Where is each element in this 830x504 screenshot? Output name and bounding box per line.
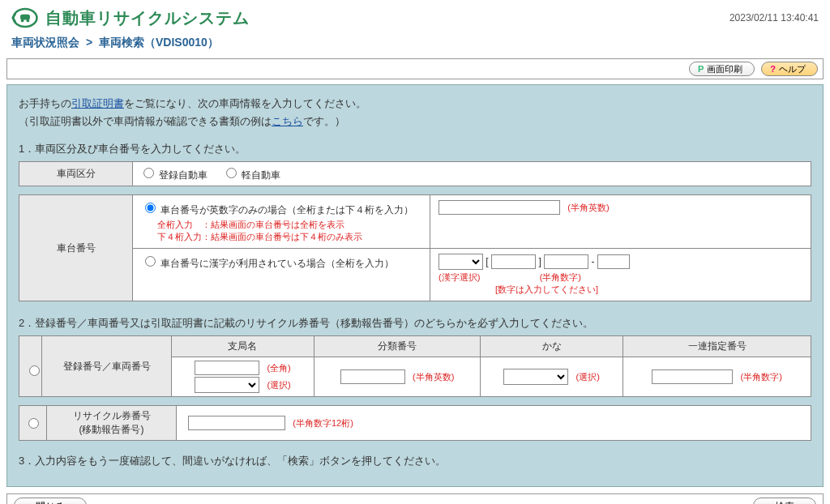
registration-table: 登録番号／車両番号 支局名 分類番号 かな 一連指定番号 (全角) (選択) (… [19,335,811,397]
chassis-hint2a: (漢字選択) [439,272,480,282]
timestamp: 2023/02/11 13:40:41 [729,12,819,23]
link-docs-example[interactable]: こちら [272,115,303,127]
vehicle-class-table: 車両区分 登録自動車 軽自動車 [19,161,811,186]
intro-1b: をご覧になり、次の車両情報を入力してください。 [124,97,366,109]
chassis-hint2b: (半角数字) [540,272,581,282]
chassis-kanji-select[interactable] [439,254,483,270]
radio-chassis-alnum-label: 車台番号が英数字のみの場合（全桁または下４桁を入力） [160,204,413,216]
search-button-label: 検索 [775,501,794,504]
print-button[interactable]: P 画面印刷 [689,62,755,76]
chassis-table: 車台番号 車台番号が英数字のみの場合（全桁または下４桁を入力） 全桁入力 ：結果… [19,194,811,301]
recycle-hint: (半角数字12桁) [293,418,353,428]
recycle-table: リサイクル券番号 (移動報告番号) (半角数字12桁) [19,405,811,441]
chassis-opt2[interactable]: 車台番号に漢字が利用されている場合（全桁を入力） [141,258,394,269]
vehicle-class-kei[interactable]: 軽自動車 [222,169,280,181]
branch-select[interactable] [195,377,259,393]
radio-kei[interactable] [226,168,237,178]
chassis-note2: 下４桁入力：結果画面の車台番号は下４桁のみ表示 [157,231,421,243]
bracket-l: [ [486,256,488,267]
svg-rect-1 [20,15,30,20]
col-kana: かな [481,336,623,357]
chassis-opt1[interactable]: 車台番号が英数字のみの場合（全桁または下４桁を入力） [141,204,413,216]
hint-select2: (選択) [576,372,600,382]
dash: - [591,256,594,267]
svg-point-3 [27,19,30,23]
close-button[interactable]: 閉じる [14,498,87,504]
serial-input[interactable] [652,369,733,384]
chassis-hint1: (半角英数) [567,203,609,212]
radio-chassis-kanji-label: 車台番号に漢字が利用されている場合（全桁を入力） [160,258,394,269]
chassis-kanji-input2[interactable] [544,254,588,269]
help-button[interactable]: ? ヘルプ [761,62,818,76]
chassis-alnum-input[interactable] [439,200,560,215]
recycle-label-b: (移動報告番号) [52,423,171,437]
svg-point-2 [21,19,24,23]
toolbar: P 画面印刷 ? ヘルプ [6,58,824,79]
print-label: 画面印刷 [707,63,742,75]
help-icon: ? [770,64,776,74]
radio-registered[interactable] [143,168,154,178]
branch-input[interactable] [195,361,259,375]
chassis-note1: 全桁入力 ：結果画面の車台番号は全桁を表示 [157,219,421,231]
intro-2a: （引取証明書以外で車両情報が確認できる書類の例は [19,115,272,127]
main-panel: お手持ちの引取証明書をご覧になり、次の車両情報を入力してください。 （引取証明書… [6,84,824,487]
col-serial: 一連指定番号 [623,336,811,357]
col-class: 分類番号 [314,336,480,357]
recycle-label-a: リサイクル券番号 [52,409,171,423]
breadcrumb-part1: 車両状況照会 [11,36,79,49]
radio-recycle[interactable] [28,418,39,429]
col-branch: 支局名 [172,336,314,357]
recycle-number-input[interactable] [188,416,285,430]
vehicle-class-registered[interactable]: 登録自動車 [139,169,211,181]
chassis-kanji-input3[interactable] [597,254,630,269]
print-icon: P [698,64,704,74]
brand-title: 自動車リサイクルシステム [45,7,250,29]
chassis-hint2c: [数字は入力してください] [495,284,802,296]
recycle-logo-icon [11,6,39,29]
bracket-r: ] [538,256,541,267]
section2-title: 2．登録番号／車両番号又は引取証明書に記載のリサイクル券番号（移動報告番号）のど… [19,316,811,331]
radio-chassis-alnum[interactable] [145,203,156,213]
classno-input[interactable] [340,369,405,384]
breadcrumb-part2: 車両検索（VDIS0010） [99,36,219,49]
hint-select: (選択) [267,380,290,390]
breadcrumb: 車両状況照会 > 車両検索（VDIS0010） [0,32,830,58]
hint-halfnum: (半角数字) [741,372,782,382]
hint-halfalnum: (半角英数) [413,372,454,382]
brand: 自動車リサイクルシステム [11,6,250,29]
intro-2b: です。） [303,115,345,127]
section1-title: 1．車両区分及び車台番号を入力してください。 [19,142,811,156]
search-button[interactable]: 検索 [753,498,816,504]
radio-kei-label: 軽自動車 [242,169,280,181]
chassis-label: 車台番号 [19,195,133,301]
breadcrumb-sep: > [86,36,92,49]
chassis-kanji-input1[interactable] [491,254,536,269]
hint-full: (全角) [267,363,290,373]
link-certificate[interactable]: 引取証明書 [71,97,124,109]
intro-text: お手持ちの引取証明書をご覧になり、次の車両情報を入力してください。 （引取証明書… [19,95,811,130]
reg-label: 登録番号／車両番号 [42,336,172,397]
close-button-label: 閉じる [36,501,65,504]
radio-registered-label: 登録自動車 [159,169,208,181]
header: 自動車リサイクルシステム 2023/02/11 13:40:41 [0,0,830,32]
section3-title: 3．入力内容をもう一度確認して、間違いがなければ、「検索」ボタンを押してください… [19,454,811,468]
intro-1a: お手持ちの [19,97,71,109]
footer-bar: 閉じる 検索 [6,493,824,504]
radio-registration[interactable] [29,365,40,376]
radio-chassis-kanji[interactable] [145,256,156,267]
vehicle-class-label: 車両区分 [19,162,133,186]
kana-select[interactable] [503,369,568,385]
help-label: ヘルプ [779,63,806,75]
